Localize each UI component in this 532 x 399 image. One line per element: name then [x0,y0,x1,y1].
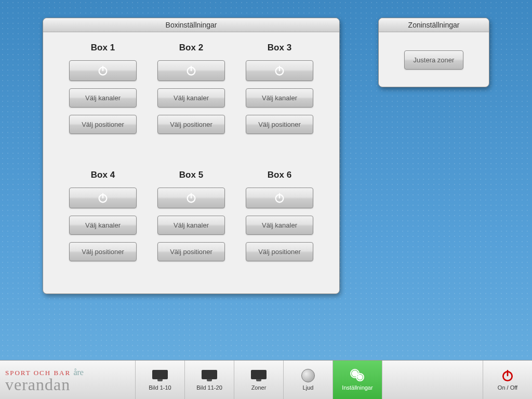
toolbar-onoff-button[interactable]: On / Off [483,361,532,399]
box-4-power-button[interactable] [69,188,137,208]
box-6-label: Box 6 [268,170,291,180]
box-3-column: Box 3Välj kanalerVälj positioner [235,43,324,152]
box-5-select-channels-button[interactable]: Välj kanaler [157,216,225,235]
power-icon [499,369,516,382]
box-1-column: Box 1Välj kanalerVälj positioner [59,43,147,152]
speaker-icon [301,369,315,382]
box-3-select-channels-button[interactable]: Välj kanaler [246,88,313,108]
toolbar-item-label: Bild 1-10 [149,384,171,391]
monitor-icon [152,370,168,381]
box-3-label: Box 3 [268,43,291,53]
toolbar-item-label: Ljud [303,384,314,391]
toolbar-item-label: Bild 11-20 [196,384,222,391]
toolbar-item-label: Inställningar [342,384,373,391]
box-5-select-positions-button[interactable]: Välj positioner [157,242,225,261]
toolbar-onoff-label: On / Off [498,384,517,391]
gears-icon [350,368,365,383]
adjust-zones-button[interactable]: Justera zoner [404,50,463,70]
toolbar-zoner-button[interactable]: Zoner [234,361,283,399]
box-1-select-channels-button[interactable]: Välj kanaler [69,88,137,108]
box-4-column: Box 4Välj kanalerVälj positioner [59,170,147,279]
box-2-label: Box 2 [179,43,203,53]
toolbar-bild-1-10-button[interactable]: Bild 1-10 [135,361,184,399]
box-1-label: Box 1 [91,43,115,53]
monitor-icon [251,370,267,381]
box-6-column: Box 6Välj kanalerVälj positioner [235,170,324,279]
bottom-toolbar: SPORT OCH BAR åre verandan Bild 1-10Bild… [0,360,532,399]
box-3-power-button[interactable] [246,60,313,81]
box-settings-panel: Boxinställningar Box 1Välj kanalerVälj p… [43,18,340,294]
box-settings-title: Boxinställningar [43,18,339,32]
box-3-select-positions-button[interactable]: Välj positioner [246,115,313,134]
box-5-power-button[interactable] [157,188,225,208]
toolbar-inst-llningar-button[interactable]: Inställningar [332,361,382,399]
zone-settings-title: Zoninställningar [379,18,489,32]
toolbar-spacer [382,361,483,399]
box-1-power-button[interactable] [69,60,137,81]
box-2-select-channels-button[interactable]: Välj kanaler [157,88,225,108]
box-2-power-button[interactable] [157,60,225,81]
box-5-column: Box 5Välj kanalerVälj positioner [147,170,235,279]
box-2-column: Box 2Välj kanalerVälj positioner [147,43,235,152]
box-4-select-positions-button[interactable]: Välj positioner [69,242,137,261]
toolbar-item-label: Zoner [251,384,267,391]
brand-logo: SPORT OCH BAR åre verandan [0,361,135,399]
box-2-select-positions-button[interactable]: Välj positioner [157,115,225,134]
monitor-icon [202,370,217,381]
box-4-select-channels-button[interactable]: Välj kanaler [69,216,137,235]
box-6-select-positions-button[interactable]: Välj positioner [246,242,313,261]
box-6-power-button[interactable] [246,188,313,208]
box-4-label: Box 4 [91,170,115,180]
box-5-label: Box 5 [179,170,203,180]
zone-settings-panel: Zoninställningar Justera zoner [378,18,489,87]
box-6-select-channels-button[interactable]: Välj kanaler [246,216,313,235]
toolbar-bild-11-20-button[interactable]: Bild 11-20 [184,361,234,399]
toolbar-ljud-button[interactable]: Ljud [283,361,332,399]
box-1-select-positions-button[interactable]: Välj positioner [69,115,137,134]
